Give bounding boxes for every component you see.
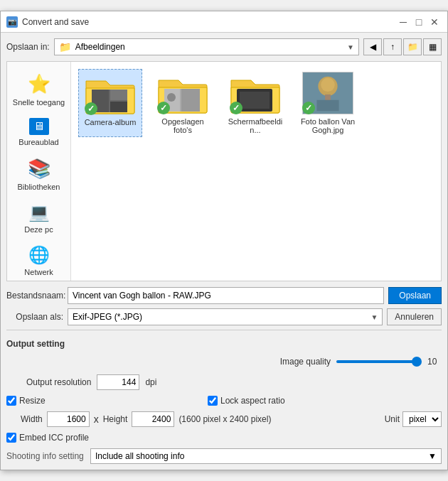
sidebar-item-label-libraries: Bibliotheken bbox=[18, 183, 60, 191]
file-label-camera-album: Camera-album bbox=[85, 118, 137, 126]
resize-checkbox[interactable] bbox=[6, 396, 16, 406]
sidebar-item-label-desktop: Bureaublad bbox=[18, 138, 58, 146]
minimize-button[interactable]: ─ bbox=[396, 15, 410, 29]
filename-input[interactable] bbox=[68, 287, 384, 304]
quality-value: 10 bbox=[427, 357, 442, 367]
folder-icon-opgeslagen: ✓ bbox=[157, 72, 208, 114]
resolution-row: Output resolution dpi bbox=[6, 374, 442, 390]
file-label-opgeslagen: Opgeslagen foto's bbox=[154, 117, 212, 134]
filetype-dropdown[interactable]: Exif-JPEG (*.JPG) ▼ bbox=[68, 308, 383, 325]
libraries-icon: 📚 bbox=[28, 158, 50, 180]
shooting-info-label: Shooting info setting bbox=[6, 451, 85, 461]
slider-fill bbox=[336, 360, 415, 363]
location-bar: Opslaan in: 📁 Afbeeldingen ▼ ◀ ↑ 📁 ▦ bbox=[6, 38, 442, 55]
shooting-info-value: Include all shooting info bbox=[95, 451, 428, 461]
folder-icon-scherm: ✓ bbox=[230, 72, 281, 114]
close-button[interactable]: ✕ bbox=[427, 15, 442, 29]
lock-aspect-checkbox[interactable] bbox=[208, 396, 218, 406]
resize-row: Resize Lock aspect ratio bbox=[6, 396, 442, 406]
filetype-row: Opslaan als: Exif-JPEG (*.JPG) ▼ Annuler… bbox=[6, 308, 442, 325]
sidebar-item-this-pc[interactable]: 💻 Deze pc bbox=[7, 197, 70, 239]
svg-rect-2 bbox=[110, 90, 127, 100]
maximize-button[interactable]: □ bbox=[412, 15, 426, 29]
unit-label: Unit bbox=[385, 414, 400, 424]
output-section-title: Output setting bbox=[6, 339, 442, 349]
main-window: 📷 Convert and save ─ □ ✕ Opslaan in: 📁 A… bbox=[0, 11, 448, 470]
quality-row: Image quality 10 bbox=[6, 355, 442, 369]
unit-section: Unit pixel cm inch bbox=[385, 411, 442, 427]
quality-slider[interactable] bbox=[336, 355, 422, 369]
icc-row: Embed ICC profile bbox=[6, 433, 442, 443]
shooting-info-dropdown[interactable]: Include all shooting info ▼ bbox=[90, 448, 442, 464]
new-folder-button[interactable]: 📁 bbox=[403, 38, 422, 55]
svg-point-7 bbox=[167, 93, 176, 102]
filetype-value: Exif-JPEG (*.JPG) bbox=[73, 312, 370, 322]
cancel-button[interactable]: Annuleren bbox=[387, 308, 442, 325]
shooting-row: Shooting info setting Include all shooti… bbox=[6, 448, 442, 464]
location-dropdown[interactable]: 📁 Afbeeldingen ▼ bbox=[54, 38, 359, 55]
sidebar-item-label-this-pc: Deze pc bbox=[24, 225, 53, 234]
resolution-unit: dpi bbox=[145, 377, 156, 387]
height-label: Height bbox=[103, 414, 128, 424]
svg-rect-3 bbox=[110, 102, 127, 112]
title-bar-controls: ─ □ ✕ bbox=[396, 15, 442, 29]
quality-label: Image quality bbox=[280, 357, 331, 367]
file-item-schermafbeelding[interactable]: ✓ Schermafbeeldin... bbox=[223, 69, 287, 137]
file-item-camera-album[interactable]: ✓ Camera-album bbox=[78, 69, 142, 137]
location-label: Opslaan in: bbox=[6, 42, 50, 52]
width-label: Width bbox=[21, 414, 43, 424]
check-badge-scherm: ✓ bbox=[230, 102, 242, 114]
sidebar-item-libraries[interactable]: 📚 Bibliotheken bbox=[7, 152, 70, 197]
file-label-foto-ballon: Foto ballon Van Gogh.jpg bbox=[299, 117, 357, 134]
file-item-foto-ballon[interactable]: ✓ Foto ballon Van Gogh.jpg bbox=[296, 69, 360, 137]
sidebar: ⭐ Snelle toegang 🖥 Bureaublad 📚 Biblioth… bbox=[7, 62, 71, 281]
sidebar-item-network[interactable]: 🌐 Netwerk bbox=[7, 239, 70, 282]
resize-label: Resize bbox=[19, 396, 46, 406]
slider-thumb[interactable] bbox=[412, 357, 422, 367]
check-badge-foto-ballon: ✓ bbox=[302, 102, 315, 114]
unit-select[interactable]: pixel cm inch bbox=[402, 411, 442, 427]
file-browser[interactable]: ✓ Camera-album bbox=[71, 62, 441, 281]
content-area: Opslaan in: 📁 Afbeeldingen ▼ ◀ ↑ 📁 ▦ ⭐ S… bbox=[1, 33, 447, 470]
lock-aspect-checkbox-label[interactable]: Lock aspect ratio bbox=[208, 396, 285, 406]
svg-rect-9 bbox=[240, 92, 270, 109]
svg-rect-6 bbox=[181, 89, 200, 112]
view-button[interactable]: ▦ bbox=[423, 38, 442, 55]
filetype-arrow-icon: ▼ bbox=[370, 313, 378, 321]
folder-icon-camera-album: ✓ bbox=[85, 72, 136, 115]
width-input[interactable] bbox=[47, 411, 90, 427]
shooting-dropdown-arrow-icon: ▼ bbox=[428, 451, 437, 461]
title-bar-left: 📷 Convert and save bbox=[6, 16, 89, 28]
sidebar-item-label-quick-access: Snelle toegang bbox=[13, 98, 65, 107]
back-button[interactable]: ◀ bbox=[363, 38, 382, 55]
save-button[interactable]: Opslaan bbox=[388, 287, 442, 304]
filename-row: Bestandsnaam: Opslaan bbox=[6, 287, 442, 304]
resize-checkbox-label[interactable]: Resize bbox=[6, 396, 46, 406]
dropdown-arrow-icon: ▼ bbox=[347, 43, 354, 51]
location-folder-icon: 📁 bbox=[59, 41, 71, 53]
svg-rect-13 bbox=[316, 100, 338, 112]
quick-access-icon: ⭐ bbox=[28, 73, 50, 95]
icc-checkbox[interactable] bbox=[6, 433, 16, 443]
icc-checkbox-label[interactable]: Embed ICC profile bbox=[6, 433, 89, 443]
file-browser-area: ⭐ Snelle toegang 🖥 Bureaublad 📚 Biblioth… bbox=[6, 61, 442, 281]
resolution-label: Output resolution bbox=[26, 377, 91, 387]
this-pc-icon: 💻 bbox=[28, 202, 50, 222]
height-input[interactable] bbox=[132, 411, 174, 427]
filename-label: Bestandsnaam: bbox=[6, 291, 63, 301]
dim-info: (1600 pixel x 2400 pixel) bbox=[178, 414, 271, 424]
sidebar-item-desktop[interactable]: 🖥 Bureaublad bbox=[7, 112, 70, 152]
window-icon: 📷 bbox=[6, 16, 18, 28]
file-item-opgeslagen-fotos[interactable]: ✓ Opgeslagen foto's bbox=[151, 69, 215, 137]
sidebar-item-label-network: Netwerk bbox=[24, 268, 53, 276]
dimensions-row: Width x Height (1600 pixel x 2400 pixel)… bbox=[21, 411, 442, 427]
desktop-icon: 🖥 bbox=[29, 118, 49, 135]
check-badge-camera-album: ✓ bbox=[85, 102, 97, 115]
up-button[interactable]: ↑ bbox=[383, 38, 402, 55]
sidebar-item-quick-access[interactable]: ⭐ Snelle toegang bbox=[7, 67, 70, 112]
dim-separator: x bbox=[94, 414, 99, 425]
filetype-label: Opslaan als: bbox=[6, 312, 63, 322]
resolution-input[interactable] bbox=[97, 374, 139, 390]
location-text: Afbeeldingen bbox=[75, 42, 347, 52]
window-title: Convert and save bbox=[22, 17, 89, 27]
